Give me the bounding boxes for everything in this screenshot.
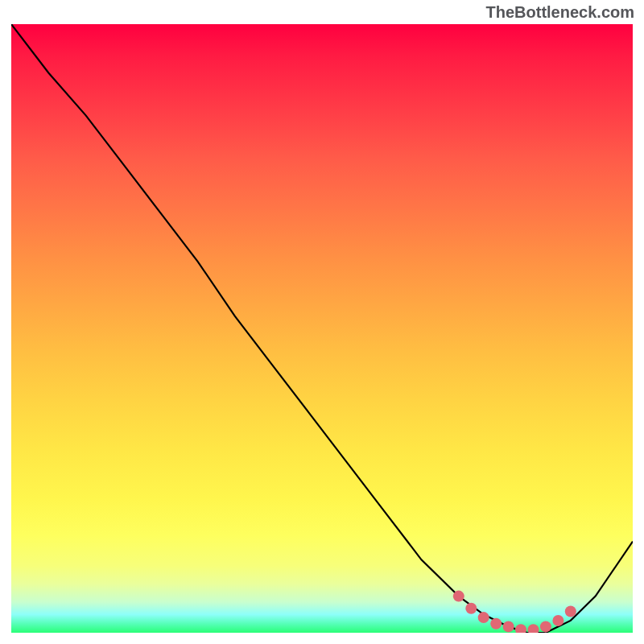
optimal-marker-dot bbox=[465, 603, 477, 614]
bottleneck-curve bbox=[11, 24, 633, 633]
chart-svg bbox=[11, 24, 633, 633]
optimal-marker-dot bbox=[490, 618, 502, 630]
optimal-marker-dot bbox=[528, 624, 539, 633]
optimal-marker-dot bbox=[565, 606, 576, 617]
optimal-marker-dot bbox=[453, 591, 464, 602]
optimal-marker-dot bbox=[552, 615, 564, 626]
optimal-marker-dot bbox=[515, 624, 526, 633]
watermark-text: TheBottleneck.com bbox=[486, 3, 634, 22]
optimal-marker-dot bbox=[503, 621, 514, 632]
optimal-marker-dot bbox=[540, 621, 551, 632]
chart-area bbox=[11, 24, 633, 633]
optimal-marker-dot bbox=[478, 612, 489, 623]
